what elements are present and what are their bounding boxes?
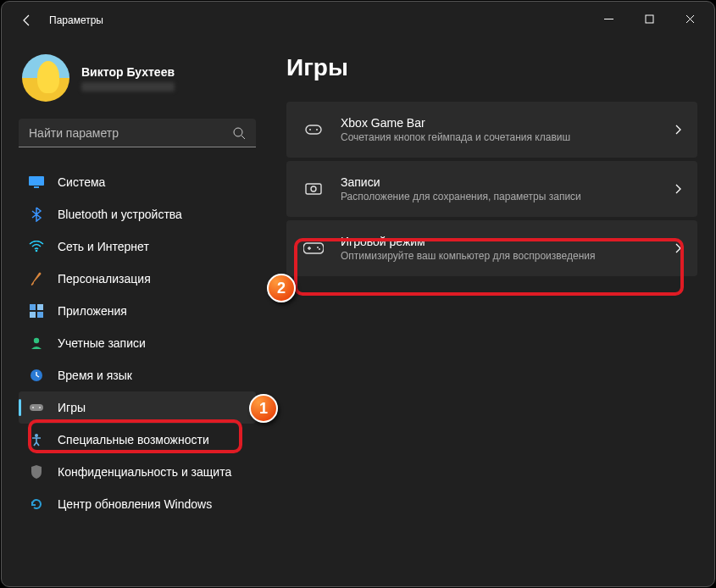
window-title: Параметры <box>49 14 103 26</box>
sidebar-item-apps[interactable]: Приложения <box>19 295 256 327</box>
card-desc: Оптимизируйте ваш компьютер для воспроиз… <box>341 250 674 262</box>
search-field[interactable] <box>29 126 232 140</box>
svg-line-3 <box>241 136 245 139</box>
sidebar-item-label: Bluetooth и устройства <box>58 208 182 221</box>
svg-point-11 <box>34 338 39 343</box>
svg-point-21 <box>311 186 316 191</box>
sidebar-item-accessibility[interactable]: Специальные возможности <box>19 424 256 456</box>
svg-point-2 <box>234 128 242 136</box>
sidebar-item-accounts[interactable]: Учетные записи <box>19 327 256 359</box>
svg-point-14 <box>32 407 34 408</box>
card-desc: Расположение для сохранения, параметры з… <box>341 191 674 202</box>
svg-rect-10 <box>37 312 43 318</box>
svg-point-22 <box>317 247 319 248</box>
svg-rect-7 <box>30 304 36 310</box>
sidebar-item-label: Специальные возможности <box>58 433 209 447</box>
sidebar-item-label: Время и язык <box>58 369 132 382</box>
sidebar-item-system[interactable]: Система <box>19 166 256 198</box>
card-title: Xbox Game Bar <box>341 116 674 130</box>
chevron-right-icon <box>674 183 682 195</box>
card-title: Записи <box>341 175 674 189</box>
sidebar-item-label: Центр обновления Windows <box>58 497 212 511</box>
person-icon <box>29 336 44 351</box>
chevron-right-icon <box>674 242 682 254</box>
game-mode-icon <box>302 241 325 255</box>
back-button[interactable] <box>15 8 39 32</box>
search-icon <box>232 126 246 140</box>
svg-point-18 <box>309 129 311 130</box>
sidebar-item-time-language[interactable]: Время и язык <box>19 359 256 391</box>
maximize-button[interactable] <box>630 5 669 32</box>
card-captures[interactable]: Записи Расположение для сохранения, пара… <box>286 161 697 217</box>
brush-icon <box>29 271 44 286</box>
captures-icon <box>302 181 325 197</box>
card-game-mode[interactable]: Игровой режим Оптимизируйте ваш компьюте… <box>286 220 697 276</box>
sidebar-item-label: Система <box>58 175 105 189</box>
chevron-right-icon <box>674 124 682 136</box>
sidebar-item-windows-update[interactable]: Центр обновления Windows <box>19 488 256 520</box>
svg-point-6 <box>36 250 38 252</box>
profile-block[interactable]: Виктор Бухтеев <box>22 54 256 102</box>
svg-rect-8 <box>37 304 43 310</box>
svg-point-19 <box>316 129 318 130</box>
sidebar-item-personalization[interactable]: Персонализация <box>19 263 256 295</box>
svg-rect-4 <box>29 176 44 186</box>
sidebar-item-label: Приложения <box>58 304 127 318</box>
card-title: Игровой режим <box>341 235 674 248</box>
sidebar-item-privacy[interactable]: Конфиденциальность и защита <box>19 456 256 488</box>
search-input[interactable] <box>19 119 256 147</box>
annotation-badge-1: 1 <box>249 394 278 423</box>
gamepad-icon <box>29 400 44 415</box>
profile-name: Виктор Бухтеев <box>81 65 175 79</box>
sidebar-item-bluetooth[interactable]: Bluetooth и устройства <box>19 198 256 230</box>
update-icon <box>29 496 44 512</box>
sidebar-item-label: Персонализация <box>58 272 151 286</box>
svg-rect-20 <box>306 184 321 194</box>
svg-rect-1 <box>646 15 653 23</box>
svg-point-23 <box>319 248 320 250</box>
clock-icon <box>29 368 44 383</box>
sidebar-item-network[interactable]: Сеть и Интернет <box>19 230 256 263</box>
wifi-icon <box>29 239 44 254</box>
annotation-badge-2: 2 <box>267 274 296 302</box>
avatar <box>22 54 69 102</box>
xbox-icon <box>302 122 325 137</box>
sidebar-item-label: Игры <box>58 401 86 414</box>
sidebar-item-gaming[interactable]: Игры <box>19 391 256 424</box>
svg-rect-13 <box>30 404 43 411</box>
apps-icon <box>29 303 44 319</box>
sidebar-item-label: Конфиденциальность и защита <box>58 465 231 479</box>
monitor-icon <box>29 175 44 190</box>
shield-icon <box>29 464 44 480</box>
page-title: Игры <box>286 54 697 81</box>
sidebar-item-label: Учетные записи <box>58 336 146 350</box>
accessibility-icon <box>29 432 44 447</box>
sidebar-item-label: Сеть и Интернет <box>58 240 149 253</box>
bluetooth-icon <box>29 207 44 222</box>
card-desc: Сочетания кнопок геймпада и сочетания кл… <box>341 131 674 143</box>
minimize-button[interactable] <box>589 5 628 32</box>
svg-rect-17 <box>306 125 321 134</box>
svg-rect-9 <box>30 312 36 318</box>
card-xbox-game-bar[interactable]: Xbox Game Bar Сочетания кнопок геймпада … <box>286 102 697 158</box>
close-button[interactable] <box>670 5 709 32</box>
svg-point-15 <box>39 407 41 408</box>
svg-point-16 <box>35 434 38 437</box>
svg-rect-5 <box>34 186 39 188</box>
profile-email-redacted <box>81 82 175 92</box>
